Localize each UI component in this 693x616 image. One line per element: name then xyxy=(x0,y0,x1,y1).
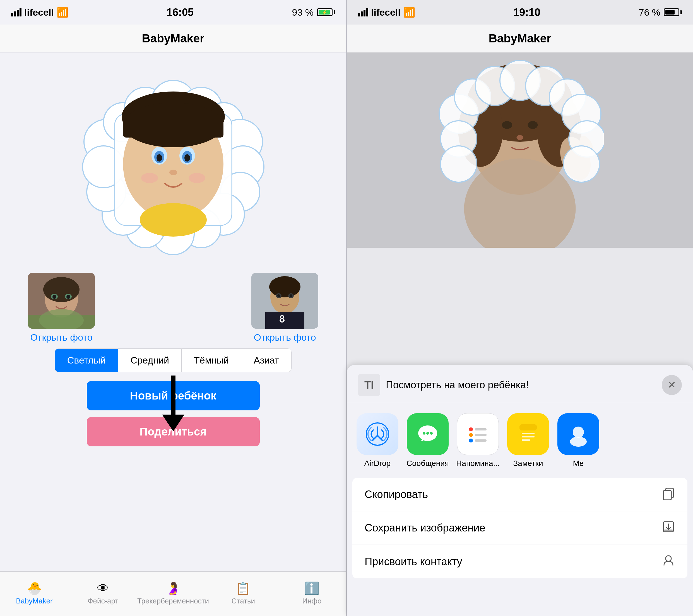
share-message-text: Посмотреть на моего ребёнка! xyxy=(386,379,656,391)
svg-point-32 xyxy=(140,203,207,237)
share-more[interactable]: Me xyxy=(556,413,601,468)
skin-btn-light[interactable]: Светлый xyxy=(55,349,118,372)
tab-pregnancy[interactable]: 🤰 Трекербеременности xyxy=(137,572,209,616)
wifi-icon-left: 📶 xyxy=(57,7,68,18)
right-nav-title: BabyMaker xyxy=(489,32,551,45)
share-notes[interactable]: Заметки xyxy=(506,413,551,468)
tab-info[interactable]: ℹ️ Инфо xyxy=(278,572,346,616)
woman-image xyxy=(347,53,693,248)
svg-rect-93 xyxy=(664,491,671,500)
woman-photo-area xyxy=(347,53,693,248)
photo-row: Открыть фото 8 xyxy=(17,273,330,343)
action-copy[interactable]: Скопировать xyxy=(352,478,688,511)
action-assign-contact[interactable]: Присвоить контакту xyxy=(352,545,688,578)
airdrop-label: AirDrop xyxy=(364,459,391,468)
svg-rect-73 xyxy=(470,92,570,186)
svg-point-38 xyxy=(53,295,56,299)
right-screen: lifecell 📶 19:10 76 % BabyMaker xyxy=(347,0,693,616)
share-airdrop[interactable]: AirDrop xyxy=(355,413,400,468)
notes-icon-box xyxy=(507,413,549,455)
svg-rect-80 xyxy=(475,428,487,431)
time-left: 16:05 xyxy=(166,6,194,18)
reminders-label: Напомина... xyxy=(456,459,500,468)
right-nav-bar: BabyMaker xyxy=(347,24,693,53)
svg-rect-86 xyxy=(519,424,537,431)
svg-point-35 xyxy=(43,277,80,302)
svg-point-91 xyxy=(570,437,587,446)
left-tab-bar: 🐣 BabyMaker 👁 Фейс-арт 🤰 Трекербеременно… xyxy=(0,571,346,616)
text-format-icon: TI xyxy=(358,374,380,396)
action-save-image[interactable]: Сохранить изображение xyxy=(352,511,688,545)
share-messages[interactable]: Сообщения xyxy=(405,413,450,468)
tab-info-icon: ℹ️ xyxy=(304,582,319,595)
right-open-photo-link[interactable]: Открыть фото xyxy=(254,332,316,343)
cloud-frame-svg xyxy=(78,72,268,262)
right-cloud-frame xyxy=(436,58,604,214)
svg-point-30 xyxy=(141,173,158,183)
tab-face-art[interactable]: 👁 Фейс-арт xyxy=(68,572,137,616)
left-open-photo-link[interactable]: Открыть фото xyxy=(30,332,92,343)
tab-info-label: Инфо xyxy=(302,597,322,605)
svg-rect-88 xyxy=(522,436,535,437)
svg-point-39 xyxy=(66,295,70,299)
battery-pct-left: 93 % xyxy=(292,7,314,18)
svg-point-44 xyxy=(269,276,300,297)
share-actions: Скопировать Сохранить изображение xyxy=(352,478,688,578)
svg-rect-22 xyxy=(123,115,223,138)
signal-icon-right xyxy=(358,8,368,17)
svg-point-78 xyxy=(430,432,433,435)
left-screen: lifecell 📶 16:05 93 % ⚡ BabyMaker xyxy=(0,0,346,616)
svg-point-96 xyxy=(666,556,671,561)
svg-point-81 xyxy=(469,433,473,437)
messages-label: Сообщения xyxy=(407,459,449,468)
share-icons-row: AirDrop Сообщения xyxy=(347,403,693,478)
svg-point-90 xyxy=(573,426,584,438)
svg-point-31 xyxy=(189,173,205,183)
svg-point-47 xyxy=(277,294,280,297)
tab-babymaker-label: BabyMaker xyxy=(16,597,53,605)
notes-label: Заметки xyxy=(513,459,543,468)
skin-btn-asian[interactable]: Азиат xyxy=(241,349,291,372)
svg-rect-89 xyxy=(522,439,530,441)
right-status-bar: lifecell 📶 19:10 76 % xyxy=(347,0,693,24)
tab-pregnancy-icon: 🤰 xyxy=(165,582,181,595)
svg-rect-84 xyxy=(475,439,487,442)
svg-point-76 xyxy=(423,432,425,435)
action-copy-label: Скопировать xyxy=(364,489,428,500)
share-header: TI Посмотреть на моего ребёнка! ✕ xyxy=(347,365,693,403)
more-icon-box xyxy=(557,413,599,455)
action-copy-icon xyxy=(662,486,675,503)
tab-articles[interactable]: 📋 Статьи xyxy=(209,572,278,616)
share-reminders[interactable]: Напомина... xyxy=(456,413,500,468)
svg-rect-87 xyxy=(522,433,535,434)
skin-tone-row: Светлый Средний Тёмный Азиат xyxy=(55,349,292,372)
airdrop-icon-box xyxy=(357,413,398,455)
action-save-image-icon xyxy=(662,520,675,536)
baby-frame xyxy=(78,72,268,262)
action-assign-contact-label: Присвоить контакту xyxy=(364,556,462,568)
share-close-button[interactable]: ✕ xyxy=(662,375,682,395)
svg-point-28 xyxy=(184,154,190,161)
tab-articles-icon: 📋 xyxy=(235,582,251,595)
left-main-content: Открыть фото 8 xyxy=(0,53,346,571)
svg-point-27 xyxy=(157,154,162,161)
time-right: 19:10 xyxy=(513,6,540,18)
right-photo-thumb: 8 xyxy=(251,273,318,329)
right-photo-item: 8 Открыть фото xyxy=(251,273,318,343)
tab-babymaker-icon: 🐣 xyxy=(27,582,42,595)
reminders-icon-box xyxy=(457,413,499,455)
carrier-right: lifecell xyxy=(371,7,401,18)
battery-icon-right xyxy=(664,8,682,16)
left-nav-bar: BabyMaker xyxy=(0,24,346,53)
messages-icon-box xyxy=(407,413,449,455)
skin-btn-dark[interactable]: Тёмный xyxy=(182,349,241,372)
skin-btn-medium[interactable]: Средний xyxy=(118,349,182,372)
tab-pregnancy-label: Трекербеременности xyxy=(137,597,209,605)
action-save-image-label: Сохранить изображение xyxy=(364,522,486,534)
svg-rect-82 xyxy=(475,434,487,436)
left-photo-thumb xyxy=(28,273,95,329)
svg-point-83 xyxy=(469,439,473,442)
tab-babymaker[interactable]: 🐣 BabyMaker xyxy=(0,572,68,616)
left-status-bar: lifecell 📶 16:05 93 % ⚡ xyxy=(0,0,346,24)
svg-point-48 xyxy=(290,294,292,297)
